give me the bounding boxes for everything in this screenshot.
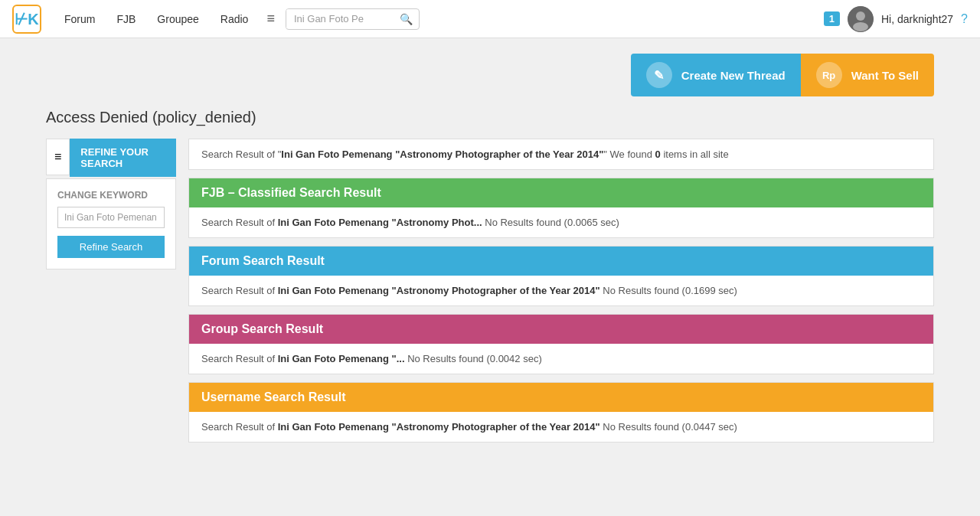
results-area: Search Result of "Ini Gan Foto Pemenang …: [188, 139, 934, 450]
fjb-section-body: Search Result of Ini Gan Foto Pemenang "…: [189, 207, 933, 237]
avatar[interactable]: [848, 6, 874, 32]
username-body-keyword: Ini Gan Foto Pemenang "Astronomy Photogr…: [278, 421, 600, 433]
user-greeting: Hi, darknight27: [881, 13, 953, 25]
create-thread-button[interactable]: ✎ Create New Thread: [631, 54, 801, 96]
header: ⊬K Forum FJB Groupee Radio ≡ 🔍 1 Hi, dar…: [0, 0, 980, 38]
username-body-suffix: No Results found (0.0447 sec): [600, 421, 737, 433]
forum-section-body: Search Result of Ini Gan Foto Pemenang "…: [189, 276, 933, 305]
group-section-body: Search Result of Ini Gan Foto Pemenang "…: [189, 344, 933, 374]
svg-point-2: [853, 22, 868, 31]
forum-body-prefix: Search Result of: [201, 285, 278, 296]
results-summary: Search Result of "Ini Gan Foto Pemenang …: [188, 139, 934, 170]
create-thread-label: Create New Thread: [681, 69, 786, 82]
fjb-section: FJB – Classified Search Result Search Re…: [188, 178, 934, 238]
sidebar: ≡ REFINE YOUR SEARCH CHANGE KEYWORD Refi…: [46, 139, 176, 450]
group-body-prefix: Search Result of: [201, 353, 278, 364]
refine-search-button[interactable]: Refine Search: [57, 236, 165, 258]
change-keyword-label: CHANGE KEYWORD: [57, 190, 165, 201]
forum-body-suffix: No Results found (0.1699 sec): [600, 285, 737, 296]
logo[interactable]: ⊬K: [12, 5, 41, 34]
refine-search-header[interactable]: REFINE YOUR SEARCH: [70, 139, 176, 177]
summary-prefix: Search Result of ": [201, 149, 281, 160]
logo-icon: ⊬K: [15, 10, 38, 28]
forum-section-header: Forum Search Result: [189, 247, 933, 276]
forum-body-keyword: Ini Gan Foto Pemenang "Astronomy Photogr…: [278, 285, 600, 296]
group-body-keyword: Ini Gan Foto Pemenang "...: [278, 353, 405, 364]
keyword-input[interactable]: [57, 207, 165, 228]
fjb-body-prefix: Search Result of: [201, 217, 278, 228]
username-section-header: Username Search Result: [189, 383, 933, 412]
group-body-suffix: No Results found (0.0042 sec): [405, 353, 542, 364]
action-area: ✎ Create New Thread Rp Want To Sell: [0, 38, 980, 109]
summary-count: 0: [655, 149, 661, 160]
notification-badge[interactable]: 1: [824, 11, 840, 26]
sidebar-toggle[interactable]: ≡: [46, 139, 70, 175]
summary-suffix: " We found: [603, 149, 655, 160]
sidebar-panel: CHANGE KEYWORD Refine Search: [46, 178, 176, 269]
nav-groupee[interactable]: Groupee: [146, 0, 209, 38]
fjb-body-suffix: No Results found (0.0065 sec): [482, 217, 619, 228]
group-section-header: Group Search Result: [189, 315, 933, 344]
help-icon[interactable]: ?: [961, 12, 968, 26]
group-section: Group Search Result Search Result of Ini…: [188, 314, 934, 374]
search-input[interactable]: [286, 9, 394, 28]
forum-section: Forum Search Result Search Result of Ini…: [188, 246, 934, 306]
hamburger-menu[interactable]: ≡: [259, 0, 283, 38]
nav-forum[interactable]: Forum: [54, 0, 106, 38]
header-right: 1 Hi, darknight27 ?: [824, 6, 968, 32]
want-to-sell-button[interactable]: Rp Want To Sell: [801, 54, 934, 96]
page-title: Access Denied (policy_denied): [46, 109, 934, 126]
svg-point-1: [856, 11, 865, 21]
nav-radio[interactable]: Radio: [210, 0, 260, 38]
username-section-body: Search Result of Ini Gan Foto Pemenang "…: [189, 412, 933, 442]
fjb-section-header: FJB – Classified Search Result: [189, 178, 933, 207]
username-body-prefix: Search Result of: [201, 421, 278, 433]
summary-count-suffix: items in all site: [661, 149, 729, 160]
want-sell-label: Want To Sell: [851, 69, 919, 82]
search-box: 🔍: [286, 8, 420, 30]
summary-query: Ini Gan Foto Pemenang "Astronomy Photogr…: [281, 149, 603, 160]
want-sell-icon: Rp: [816, 62, 842, 88]
create-thread-icon: ✎: [646, 62, 672, 88]
search-button[interactable]: 🔍: [394, 9, 419, 29]
username-section: Username Search Result Search Result of …: [188, 382, 934, 443]
page-title-area: Access Denied (policy_denied): [0, 109, 980, 139]
fjb-body-keyword: Ini Gan Foto Pemenang "Astronomy Phot...: [278, 217, 482, 228]
main-content: ≡ REFINE YOUR SEARCH CHANGE KEYWORD Refi…: [0, 139, 980, 473]
nav-fjb[interactable]: FJB: [106, 0, 146, 38]
